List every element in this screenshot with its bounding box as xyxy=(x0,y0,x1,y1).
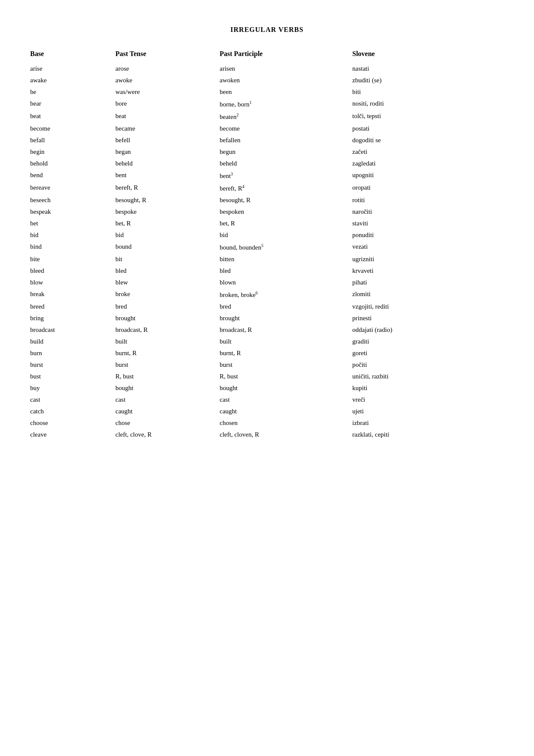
table-row: beatbeatbeaten2tolči, tepsti xyxy=(30,110,504,123)
table-cell: bind xyxy=(30,241,115,253)
table-row: bustR, bustR, bustuničiti, razbiti xyxy=(30,371,504,382)
table-cell: pihati xyxy=(352,277,504,288)
table-cell: burst xyxy=(115,359,220,371)
table-cell: burnt, R xyxy=(220,347,352,359)
table-cell: blown xyxy=(220,277,352,288)
table-cell: cast xyxy=(220,394,352,406)
table-cell: bore xyxy=(115,98,220,110)
table-cell: besought, R xyxy=(220,194,352,206)
table-cell: rotiti xyxy=(352,194,504,206)
table-row: burstburstburstpočiti xyxy=(30,359,504,371)
table-cell: awake xyxy=(30,75,115,86)
table-cell: tolči, tepsti xyxy=(352,110,504,123)
table-cell: broadcast xyxy=(30,324,115,336)
table-cell: buy xyxy=(30,382,115,394)
table-cell: R, bust xyxy=(220,371,352,382)
table-cell: ponuditi xyxy=(352,229,504,241)
table-cell: awoken xyxy=(220,75,352,86)
table-cell: beheld xyxy=(115,158,220,169)
table-cell: bought xyxy=(220,382,352,394)
table-cell: bled xyxy=(220,265,352,277)
table-row: beginbeganbegunzačeti xyxy=(30,146,504,158)
table-cell: built xyxy=(220,336,352,347)
table-cell: bleed xyxy=(30,265,115,277)
table-cell: be xyxy=(30,86,115,98)
table-row: befallbefellbefallendogoditi se xyxy=(30,134,504,146)
table-row: buildbuiltbuiltgraditi xyxy=(30,336,504,347)
table-cell: borne, born1 xyxy=(220,98,352,110)
table-cell: arise xyxy=(30,63,115,75)
table-cell: ugrizniti xyxy=(352,253,504,265)
table-cell: razklati, cepiti xyxy=(352,429,504,440)
table-cell: oropati xyxy=(352,182,504,194)
table-cell: bust xyxy=(30,371,115,382)
table-row: beseechbesought, Rbesought, Rrotiti xyxy=(30,194,504,206)
table-cell: bid xyxy=(220,229,352,241)
table-cell: bound, bounden5 xyxy=(220,241,352,253)
table-cell: chosen xyxy=(220,417,352,429)
table-cell: kupiti xyxy=(352,382,504,394)
table-cell: begin xyxy=(30,146,115,158)
table-cell: bite xyxy=(30,253,115,265)
table-cell: goreti xyxy=(352,347,504,359)
table-row: broadcastbroadcast, Rbroadcast, Roddajat… xyxy=(30,324,504,336)
table-row: becomebecamebecomepostati xyxy=(30,123,504,134)
table-cell: became xyxy=(115,123,220,134)
table-row: bidbidbidponuditi xyxy=(30,229,504,241)
table-cell: chose xyxy=(115,417,220,429)
table-cell: prinesti xyxy=(352,312,504,324)
table-cell: cast xyxy=(115,394,220,406)
table-cell: burst xyxy=(30,359,115,371)
table-cell: caught xyxy=(220,406,352,417)
table-cell: beaten2 xyxy=(220,110,352,123)
irregular-verbs-table: Base Past Tense Past Participle Slovene … xyxy=(30,47,504,440)
table-cell: bet, R xyxy=(115,218,220,229)
table-row: breakbrokebroken, broke6zlomiti xyxy=(30,288,504,301)
table-row: buyboughtboughtkupiti xyxy=(30,382,504,394)
col-header-base: Base xyxy=(30,47,115,63)
table-cell: počiti xyxy=(352,359,504,371)
table-cell: began xyxy=(115,146,220,158)
table-cell: blow xyxy=(30,277,115,288)
table-cell: bred xyxy=(220,301,352,312)
table-cell: break xyxy=(30,288,115,301)
table-cell: bespoken xyxy=(220,206,352,218)
table-cell: arisen xyxy=(220,63,352,75)
table-cell: bent xyxy=(115,169,220,182)
table-cell: beseech xyxy=(30,194,115,206)
table-cell: bred xyxy=(115,301,220,312)
table-cell: beat xyxy=(115,110,220,123)
table-cell: zbuditi (se) xyxy=(352,75,504,86)
table-cell: bit xyxy=(115,253,220,265)
table-cell: broadcast, R xyxy=(115,324,220,336)
table-row: bearboreborne, born1nositi, roditi xyxy=(30,98,504,110)
table-cell: graditi xyxy=(352,336,504,347)
table-cell: vreči xyxy=(352,394,504,406)
table-cell: vzgojiti, rediti xyxy=(352,301,504,312)
table-cell: staviti xyxy=(352,218,504,229)
table-cell: ujeti xyxy=(352,406,504,417)
table-row: bitebitbittenugrizniti xyxy=(30,253,504,265)
table-cell: become xyxy=(220,123,352,134)
table-cell: nositi, roditi xyxy=(352,98,504,110)
table-cell: begun xyxy=(220,146,352,158)
table-cell: bought xyxy=(115,382,220,394)
table-cell: začeti xyxy=(352,146,504,158)
table-row: betbet, Rbet, Rstaviti xyxy=(30,218,504,229)
table-cell: bid xyxy=(30,229,115,241)
table-cell: zagledati xyxy=(352,158,504,169)
table-row: cleavecleft, clove, Rcleft, cloven, Rraz… xyxy=(30,429,504,440)
table-cell: naročiti xyxy=(352,206,504,218)
table-cell: upogniti xyxy=(352,169,504,182)
table-cell: burst xyxy=(220,359,352,371)
table-cell: besought, R xyxy=(115,194,220,206)
table-cell: krvaveti xyxy=(352,265,504,277)
table-cell: beat xyxy=(30,110,115,123)
table-cell: brought xyxy=(115,312,220,324)
table-cell: befell xyxy=(115,134,220,146)
table-cell: cast xyxy=(30,394,115,406)
table-cell: vezati xyxy=(352,241,504,253)
table-row: bespeakbespokebespokennaročiti xyxy=(30,206,504,218)
table-cell: behold xyxy=(30,158,115,169)
table-cell: izbrati xyxy=(352,417,504,429)
